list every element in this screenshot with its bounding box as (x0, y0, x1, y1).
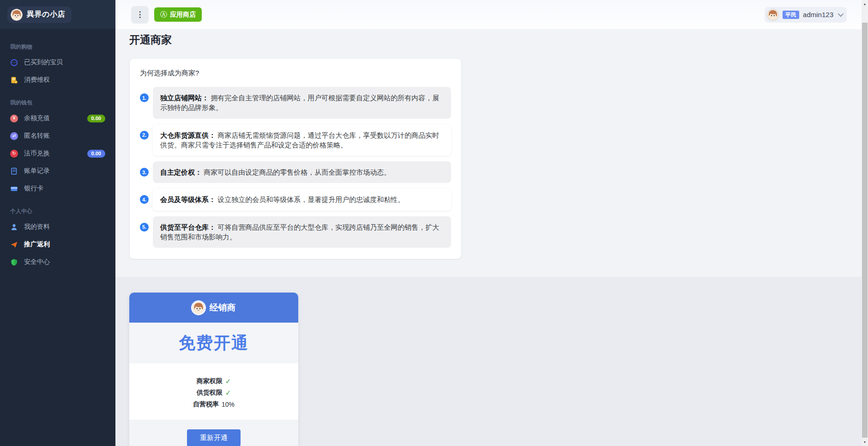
logo-avatar-icon (11, 9, 23, 21)
benefit-text: 设立独立的会员和等级体系，显著提升用户的忠诚度和粘性。 (217, 196, 404, 203)
feature-label: 商家权限 (197, 377, 223, 385)
user-menu[interactable]: 平民 admin123 (765, 7, 847, 23)
benefit-title: 独立店铺网站： (160, 94, 209, 102)
reopen-button[interactable]: 重新开通 (187, 429, 241, 446)
benefits-card: 为何选择成为商家? 1. 独立店铺网站： 拥有完全自主管理的店铺网站，用户可根据… (129, 58, 462, 259)
sidebar-item-recharge[interactable]: ¥ 余额充值 0.00 (7, 110, 108, 127)
sidebar-item-rights[interactable]: 消费维权 (7, 71, 108, 89)
plan-features: 商家权限 ✓ 供货权限 ✓ 自营税率 10% (129, 363, 298, 420)
sidebar-item-label: 法币兑换 (24, 149, 81, 158)
sidebar-item-label: 银行卡 (24, 184, 105, 193)
scrollbar-thumb[interactable] (862, 23, 868, 438)
vertical-scrollbar[interactable]: ▲ ▼ (862, 0, 868, 446)
person-icon (10, 223, 18, 231)
sidebar-nav: 我的购物 已买到的宝贝 消费维权 我的钱包 ¥ 余额充值 0.00 (0, 29, 115, 446)
scroll-up-arrow-icon[interactable]: ▲ (862, 0, 868, 8)
sidebar-item-bought[interactable]: 已买到的宝贝 (7, 54, 108, 71)
consumer-rights-icon (10, 76, 18, 84)
sidebar-item-bills[interactable]: 账单记录 (7, 162, 108, 180)
sidebar-item-bankcard[interactable]: 银行卡 (7, 180, 108, 197)
user-role-badge: 平民 (783, 11, 799, 19)
sidebar-item-label: 我的资料 (24, 223, 105, 231)
coin-icon: ¥ (10, 115, 18, 122)
plan-avatar-icon (192, 301, 205, 314)
feature-label: 自营税率 (193, 400, 219, 409)
paper-plane-icon (10, 241, 18, 249)
balance-badge: 0.00 (87, 115, 105, 122)
section-label-wallet: 我的钱包 (10, 99, 108, 107)
number-badge: 2. (140, 131, 149, 140)
sidebar-item-profile[interactable]: 我的资料 (7, 218, 108, 236)
app-store-label: 应用商店 (170, 11, 196, 19)
sidebar-item-label: 匿名转账 (24, 132, 105, 140)
sidebar-item-label: 余额充值 (24, 114, 81, 122)
benefit-item: 4. 会员及等级体系： 设立独立的会员和等级体系，显著提升用户的忠诚度和粘性。 (140, 189, 451, 210)
benefit-text-box: 独立店铺网站： 拥有完全自主管理的店铺网站，用户可根据需要自定义网站的所有内容，… (153, 87, 451, 119)
sidebar-item-label: 消费维权 (24, 76, 105, 84)
app-store-button[interactable]: Ⓐ 应用商店 (154, 7, 202, 22)
plan-footer: 重新开通 (129, 420, 298, 446)
sidebar-item-transfer[interactable]: ⇄ 匿名转账 (7, 127, 108, 145)
bank-card-icon (10, 185, 18, 193)
main-area: ⋮ Ⓐ 应用商店 平民 admin123 开通商家 为何选择成为商家? 1. 独… (115, 0, 868, 446)
user-avatar (767, 9, 779, 21)
scroll-down-arrow-icon[interactable]: ▼ (862, 438, 868, 446)
sidebar-item-label: 安全中心 (24, 258, 105, 266)
benefit-text-box: 大仓库货源直供： 商家店铺无需烦恼货源问题，通过平台大仓库，享受数以万计的商品实… (153, 124, 451, 156)
plan-price-area: 免费开通 (129, 323, 298, 363)
page-title: 开通商家 (129, 33, 868, 47)
feature-value: 10% (222, 401, 235, 408)
plan-header: 经销商 (129, 293, 298, 323)
merchant-open-section: 开通商家 为何选择成为商家? 1. 独立店铺网站： 拥有完全自主管理的店铺网站，… (115, 29, 868, 277)
app-title: 異界の小店 (27, 10, 65, 19)
benefit-title: 会员及等级体系： (160, 196, 216, 203)
plan-price: 免费开通 (179, 332, 249, 354)
shield-icon (10, 258, 18, 266)
benefit-title: 供货至平台仓库： (160, 223, 216, 231)
topbar: ⋮ Ⓐ 应用商店 平民 admin123 (115, 0, 868, 29)
benefit-title: 大仓库货源直供： (160, 131, 216, 139)
app-store-icon: Ⓐ (160, 10, 167, 19)
app-logo[interactable]: 異界の小店 (7, 6, 72, 23)
transfer-icon: ⇄ (10, 132, 18, 140)
chevron-down-icon (838, 11, 844, 17)
benefit-text: 商家可以自由设定商品的零售价格，从而全面掌控市场动态。 (204, 168, 391, 176)
plan-name: 经销商 (210, 302, 236, 314)
section-label-shopping: 我的购物 (10, 43, 108, 51)
benefit-title: 自主定价权： (160, 168, 202, 176)
number-badge: 4. (140, 195, 149, 204)
benefits-card-title: 为何选择成为商家? (140, 69, 451, 78)
exchange-icon: ↻ (10, 150, 18, 158)
user-name: admin123 (803, 11, 833, 18)
section-label-personal: 个人中心 (10, 208, 108, 215)
exchange-badge: 0.00 (87, 150, 105, 158)
plan-feature: 商家权限 ✓ (197, 377, 231, 385)
menu-kebab-button[interactable]: ⋮ (131, 6, 149, 24)
plan-feature: 供货权限 ✓ (197, 389, 231, 397)
benefit-item: 2. 大仓库货源直供： 商家店铺无需烦恼货源问题，通过平台大仓库，享受数以万计的… (140, 124, 451, 156)
plans-section: 经销商 免费开通 商家权限 ✓ 供货权限 ✓ 自营税率 10% (115, 277, 868, 446)
sidebar-item-label: 推广返利 (24, 240, 105, 249)
sidebar-item-exchange[interactable]: ↻ 法币兑换 0.00 (7, 145, 108, 162)
sidebar-item-promo[interactable]: 推广返利 (7, 236, 108, 253)
sidebar: 異界の小店 我的购物 已买到的宝贝 消费维权 我的钱包 ¥ 余额充值 (0, 0, 115, 446)
dealer-plan-card: 经销商 免费开通 商家权限 ✓ 供货权限 ✓ 自营税率 10% (129, 293, 298, 446)
plan-feature: 自营税率 10% (193, 400, 235, 409)
number-badge: 5. (140, 223, 149, 232)
bill-icon (10, 167, 18, 175)
sidebar-header: 異界の小店 (0, 0, 115, 29)
sidebar-item-security[interactable]: 安全中心 (7, 253, 108, 271)
sidebar-item-label: 账单记录 (24, 167, 105, 175)
treasure-icon (10, 59, 18, 67)
benefit-item: 1. 独立店铺网站： 拥有完全自主管理的店铺网站，用户可根据需要自定义网站的所有… (140, 87, 451, 119)
benefit-text-box: 会员及等级体系： 设立独立的会员和等级体系，显著提升用户的忠诚度和粘性。 (153, 189, 451, 210)
benefit-item: 5. 供货至平台仓库： 可将自营商品供应至平台的大型仓库，实现跨店铺乃至全网的销… (140, 216, 451, 248)
check-icon: ✓ (225, 389, 231, 397)
benefit-item: 3. 自主定价权： 商家可以自由设定商品的零售价格，从而全面掌控市场动态。 (140, 161, 451, 183)
number-badge: 1. (140, 93, 149, 102)
sidebar-item-label: 已买到的宝贝 (24, 58, 105, 67)
number-badge: 3. (140, 168, 149, 177)
check-icon: ✓ (225, 377, 231, 385)
benefit-text-box: 供货至平台仓库： 可将自营商品供应至平台的大型仓库，实现跨店铺乃至全网的销售，扩… (153, 216, 451, 248)
feature-label: 供货权限 (197, 389, 223, 397)
